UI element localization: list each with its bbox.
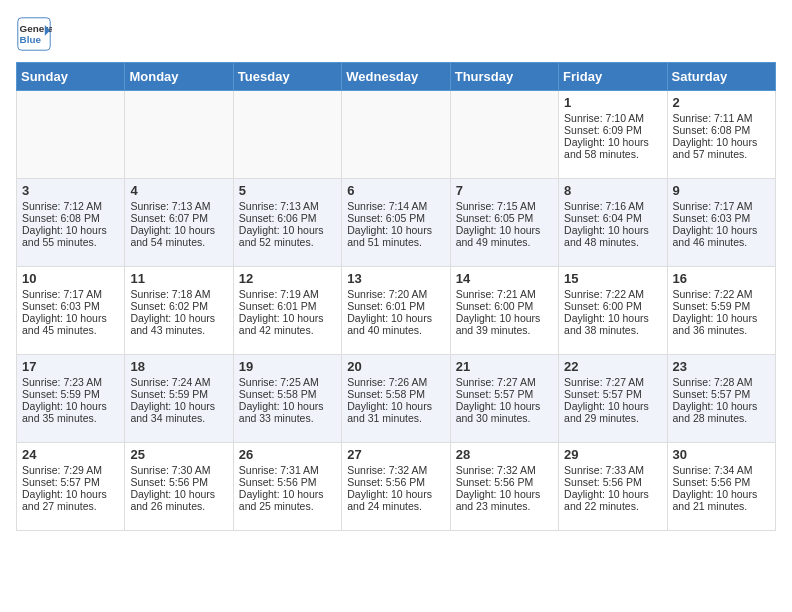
day-info-line: Sunset: 6:08 PM [22, 212, 119, 224]
calendar-cell: 17Sunrise: 7:23 AMSunset: 5:59 PMDayligh… [17, 355, 125, 443]
day-info-line: Daylight: 10 hours and 34 minutes. [130, 400, 227, 424]
day-info-line: Daylight: 10 hours and 35 minutes. [22, 400, 119, 424]
day-info-line: Sunrise: 7:22 AM [673, 288, 770, 300]
day-info-line: Daylight: 10 hours and 25 minutes. [239, 488, 336, 512]
calendar-cell: 18Sunrise: 7:24 AMSunset: 5:59 PMDayligh… [125, 355, 233, 443]
calendar-cell: 9Sunrise: 7:17 AMSunset: 6:03 PMDaylight… [667, 179, 775, 267]
day-info-line: Sunrise: 7:10 AM [564, 112, 661, 124]
day-info-line: Sunrise: 7:32 AM [347, 464, 444, 476]
day-info-line: Sunrise: 7:17 AM [673, 200, 770, 212]
day-info-line: Daylight: 10 hours and 31 minutes. [347, 400, 444, 424]
calendar-cell: 24Sunrise: 7:29 AMSunset: 5:57 PMDayligh… [17, 443, 125, 531]
day-number: 12 [239, 271, 336, 286]
day-info-line: Daylight: 10 hours and 58 minutes. [564, 136, 661, 160]
day-info-line: Sunrise: 7:23 AM [22, 376, 119, 388]
day-info-line: Sunset: 5:59 PM [130, 388, 227, 400]
day-info-line: Sunset: 6:09 PM [564, 124, 661, 136]
day-info-line: Sunset: 5:57 PM [673, 388, 770, 400]
calendar-cell: 27Sunrise: 7:32 AMSunset: 5:56 PMDayligh… [342, 443, 450, 531]
calendar-cell: 6Sunrise: 7:14 AMSunset: 6:05 PMDaylight… [342, 179, 450, 267]
day-info-line: Sunset: 6:05 PM [456, 212, 553, 224]
calendar-cell: 15Sunrise: 7:22 AMSunset: 6:00 PMDayligh… [559, 267, 667, 355]
day-info-line: Sunrise: 7:25 AM [239, 376, 336, 388]
day-info-line: Sunrise: 7:20 AM [347, 288, 444, 300]
day-info-line: Sunrise: 7:16 AM [564, 200, 661, 212]
day-info-line: Sunset: 6:06 PM [239, 212, 336, 224]
day-info-line: Sunrise: 7:29 AM [22, 464, 119, 476]
day-info-line: Sunrise: 7:27 AM [456, 376, 553, 388]
day-info-line: Sunrise: 7:30 AM [130, 464, 227, 476]
day-info-line: Sunset: 5:56 PM [239, 476, 336, 488]
day-info-line: Sunrise: 7:21 AM [456, 288, 553, 300]
day-info-line: Daylight: 10 hours and 22 minutes. [564, 488, 661, 512]
day-info-line: Sunset: 6:05 PM [347, 212, 444, 224]
day-info-line: Daylight: 10 hours and 51 minutes. [347, 224, 444, 248]
day-info-line: Daylight: 10 hours and 29 minutes. [564, 400, 661, 424]
calendar-table: SundayMondayTuesdayWednesdayThursdayFrid… [16, 62, 776, 531]
day-info-line: Sunrise: 7:28 AM [673, 376, 770, 388]
calendar-cell: 8Sunrise: 7:16 AMSunset: 6:04 PMDaylight… [559, 179, 667, 267]
calendar-cell: 25Sunrise: 7:30 AMSunset: 5:56 PMDayligh… [125, 443, 233, 531]
day-info-line: Daylight: 10 hours and 42 minutes. [239, 312, 336, 336]
calendar-cell: 5Sunrise: 7:13 AMSunset: 6:06 PMDaylight… [233, 179, 341, 267]
calendar-cell: 14Sunrise: 7:21 AMSunset: 6:00 PMDayligh… [450, 267, 558, 355]
calendar-cell: 29Sunrise: 7:33 AMSunset: 5:56 PMDayligh… [559, 443, 667, 531]
day-number: 4 [130, 183, 227, 198]
calendar-cell: 21Sunrise: 7:27 AMSunset: 5:57 PMDayligh… [450, 355, 558, 443]
calendar-cell: 26Sunrise: 7:31 AMSunset: 5:56 PMDayligh… [233, 443, 341, 531]
day-info-line: Sunset: 6:07 PM [130, 212, 227, 224]
day-info-line: Sunset: 5:59 PM [673, 300, 770, 312]
calendar-cell: 30Sunrise: 7:34 AMSunset: 5:56 PMDayligh… [667, 443, 775, 531]
calendar-cell: 16Sunrise: 7:22 AMSunset: 5:59 PMDayligh… [667, 267, 775, 355]
weekday-header-monday: Monday [125, 63, 233, 91]
day-number: 19 [239, 359, 336, 374]
day-info-line: Daylight: 10 hours and 46 minutes. [673, 224, 770, 248]
day-info-line: Sunset: 5:57 PM [22, 476, 119, 488]
calendar-week-5: 24Sunrise: 7:29 AMSunset: 5:57 PMDayligh… [17, 443, 776, 531]
day-info-line: Sunset: 6:00 PM [456, 300, 553, 312]
day-info-line: Daylight: 10 hours and 57 minutes. [673, 136, 770, 160]
day-info-line: Sunset: 6:00 PM [564, 300, 661, 312]
day-number: 3 [22, 183, 119, 198]
day-info-line: Daylight: 10 hours and 55 minutes. [22, 224, 119, 248]
day-info-line: Daylight: 10 hours and 27 minutes. [22, 488, 119, 512]
day-info-line: Sunset: 5:56 PM [130, 476, 227, 488]
calendar-cell: 22Sunrise: 7:27 AMSunset: 5:57 PMDayligh… [559, 355, 667, 443]
day-number: 10 [22, 271, 119, 286]
day-info-line: Sunrise: 7:27 AM [564, 376, 661, 388]
day-number: 16 [673, 271, 770, 286]
day-number: 9 [673, 183, 770, 198]
day-info-line: Daylight: 10 hours and 24 minutes. [347, 488, 444, 512]
day-info-line: Sunset: 6:03 PM [22, 300, 119, 312]
calendar-cell [17, 91, 125, 179]
weekday-header-tuesday: Tuesday [233, 63, 341, 91]
calendar-cell: 7Sunrise: 7:15 AMSunset: 6:05 PMDaylight… [450, 179, 558, 267]
day-info-line: Sunset: 5:56 PM [456, 476, 553, 488]
logo: General Blue [16, 16, 56, 52]
day-number: 29 [564, 447, 661, 462]
day-number: 11 [130, 271, 227, 286]
weekday-header-saturday: Saturday [667, 63, 775, 91]
weekday-header-sunday: Sunday [17, 63, 125, 91]
day-info-line: Sunrise: 7:15 AM [456, 200, 553, 212]
day-info-line: Daylight: 10 hours and 48 minutes. [564, 224, 661, 248]
calendar-cell: 23Sunrise: 7:28 AMSunset: 5:57 PMDayligh… [667, 355, 775, 443]
day-info-line: Daylight: 10 hours and 45 minutes. [22, 312, 119, 336]
day-info-line: Sunrise: 7:17 AM [22, 288, 119, 300]
day-number: 17 [22, 359, 119, 374]
day-info-line: Daylight: 10 hours and 38 minutes. [564, 312, 661, 336]
day-info-line: Sunrise: 7:19 AM [239, 288, 336, 300]
day-info-line: Sunrise: 7:14 AM [347, 200, 444, 212]
day-info-line: Sunrise: 7:26 AM [347, 376, 444, 388]
day-info-line: Sunrise: 7:24 AM [130, 376, 227, 388]
day-info-line: Daylight: 10 hours and 26 minutes. [130, 488, 227, 512]
calendar-cell [125, 91, 233, 179]
day-info-line: Sunset: 5:59 PM [22, 388, 119, 400]
day-info-line: Sunrise: 7:12 AM [22, 200, 119, 212]
day-info-line: Daylight: 10 hours and 28 minutes. [673, 400, 770, 424]
day-number: 28 [456, 447, 553, 462]
day-number: 26 [239, 447, 336, 462]
day-info-line: Sunset: 6:01 PM [347, 300, 444, 312]
calendar-week-4: 17Sunrise: 7:23 AMSunset: 5:59 PMDayligh… [17, 355, 776, 443]
calendar-cell: 19Sunrise: 7:25 AMSunset: 5:58 PMDayligh… [233, 355, 341, 443]
